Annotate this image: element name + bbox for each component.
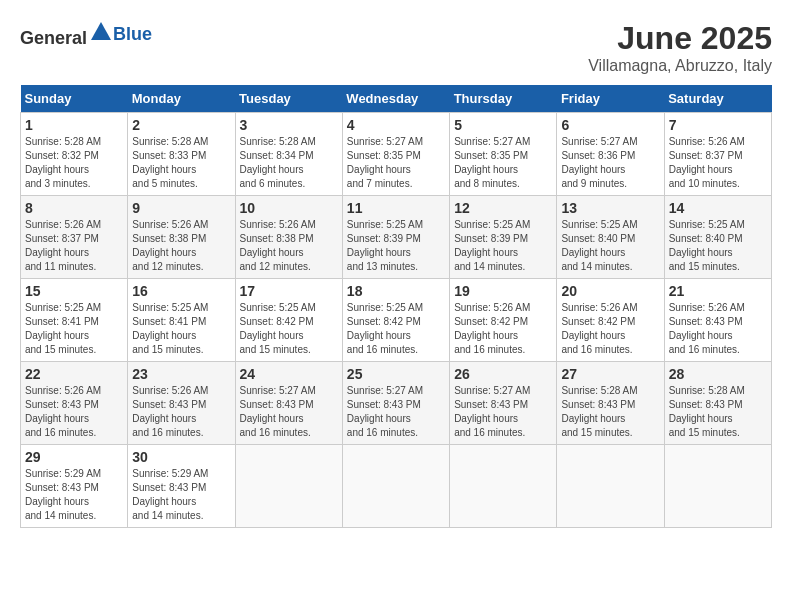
col-header-friday: Friday bbox=[557, 85, 664, 113]
logo-blue: Blue bbox=[113, 24, 152, 44]
day-info: Sunrise: 5:26 AM Sunset: 8:37 PM Dayligh… bbox=[669, 135, 767, 191]
calendar-cell bbox=[235, 445, 342, 528]
day-info: Sunrise: 5:25 AM Sunset: 8:41 PM Dayligh… bbox=[132, 301, 230, 357]
calendar-cell: 14 Sunrise: 5:25 AM Sunset: 8:40 PM Dayl… bbox=[664, 196, 771, 279]
day-info: Sunrise: 5:27 AM Sunset: 8:43 PM Dayligh… bbox=[240, 384, 338, 440]
day-info: Sunrise: 5:27 AM Sunset: 8:35 PM Dayligh… bbox=[347, 135, 445, 191]
calendar-cell: 5 Sunrise: 5:27 AM Sunset: 8:35 PM Dayli… bbox=[450, 113, 557, 196]
header-row: SundayMondayTuesdayWednesdayThursdayFrid… bbox=[21, 85, 772, 113]
calendar-cell bbox=[450, 445, 557, 528]
day-number: 16 bbox=[132, 283, 230, 299]
day-info: Sunrise: 5:28 AM Sunset: 8:32 PM Dayligh… bbox=[25, 135, 123, 191]
calendar-cell: 12 Sunrise: 5:25 AM Sunset: 8:39 PM Dayl… bbox=[450, 196, 557, 279]
calendar-cell: 19 Sunrise: 5:26 AM Sunset: 8:42 PM Dayl… bbox=[450, 279, 557, 362]
calendar-cell: 16 Sunrise: 5:25 AM Sunset: 8:41 PM Dayl… bbox=[128, 279, 235, 362]
day-number: 8 bbox=[25, 200, 123, 216]
day-info: Sunrise: 5:26 AM Sunset: 8:43 PM Dayligh… bbox=[669, 301, 767, 357]
calendar-cell: 10 Sunrise: 5:26 AM Sunset: 8:38 PM Dayl… bbox=[235, 196, 342, 279]
day-number: 14 bbox=[669, 200, 767, 216]
day-number: 7 bbox=[669, 117, 767, 133]
day-info: Sunrise: 5:26 AM Sunset: 8:43 PM Dayligh… bbox=[25, 384, 123, 440]
calendar-cell: 13 Sunrise: 5:25 AM Sunset: 8:40 PM Dayl… bbox=[557, 196, 664, 279]
day-number: 22 bbox=[25, 366, 123, 382]
day-info: Sunrise: 5:29 AM Sunset: 8:43 PM Dayligh… bbox=[132, 467, 230, 523]
day-info: Sunrise: 5:26 AM Sunset: 8:38 PM Dayligh… bbox=[132, 218, 230, 274]
calendar-cell: 25 Sunrise: 5:27 AM Sunset: 8:43 PM Dayl… bbox=[342, 362, 449, 445]
calendar-cell: 15 Sunrise: 5:25 AM Sunset: 8:41 PM Dayl… bbox=[21, 279, 128, 362]
day-info: Sunrise: 5:27 AM Sunset: 8:43 PM Dayligh… bbox=[454, 384, 552, 440]
day-number: 26 bbox=[454, 366, 552, 382]
calendar-cell: 17 Sunrise: 5:25 AM Sunset: 8:42 PM Dayl… bbox=[235, 279, 342, 362]
calendar-cell: 21 Sunrise: 5:26 AM Sunset: 8:43 PM Dayl… bbox=[664, 279, 771, 362]
calendar-cell: 28 Sunrise: 5:28 AM Sunset: 8:43 PM Dayl… bbox=[664, 362, 771, 445]
svg-marker-0 bbox=[91, 22, 111, 40]
day-number: 2 bbox=[132, 117, 230, 133]
day-number: 13 bbox=[561, 200, 659, 216]
calendar-cell: 22 Sunrise: 5:26 AM Sunset: 8:43 PM Dayl… bbox=[21, 362, 128, 445]
day-info: Sunrise: 5:27 AM Sunset: 8:36 PM Dayligh… bbox=[561, 135, 659, 191]
day-info: Sunrise: 5:26 AM Sunset: 8:42 PM Dayligh… bbox=[454, 301, 552, 357]
day-number: 29 bbox=[25, 449, 123, 465]
day-info: Sunrise: 5:25 AM Sunset: 8:39 PM Dayligh… bbox=[347, 218, 445, 274]
day-number: 17 bbox=[240, 283, 338, 299]
day-info: Sunrise: 5:26 AM Sunset: 8:43 PM Dayligh… bbox=[132, 384, 230, 440]
day-info: Sunrise: 5:28 AM Sunset: 8:33 PM Dayligh… bbox=[132, 135, 230, 191]
day-info: Sunrise: 5:29 AM Sunset: 8:43 PM Dayligh… bbox=[25, 467, 123, 523]
calendar-cell bbox=[342, 445, 449, 528]
day-number: 11 bbox=[347, 200, 445, 216]
day-info: Sunrise: 5:28 AM Sunset: 8:34 PM Dayligh… bbox=[240, 135, 338, 191]
calendar-cell: 11 Sunrise: 5:25 AM Sunset: 8:39 PM Dayl… bbox=[342, 196, 449, 279]
title-area: June 2025 Villamagna, Abruzzo, Italy bbox=[588, 20, 772, 75]
day-number: 4 bbox=[347, 117, 445, 133]
calendar-cell: 8 Sunrise: 5:26 AM Sunset: 8:37 PM Dayli… bbox=[21, 196, 128, 279]
day-number: 25 bbox=[347, 366, 445, 382]
calendar-cell: 7 Sunrise: 5:26 AM Sunset: 8:37 PM Dayli… bbox=[664, 113, 771, 196]
calendar-cell: 26 Sunrise: 5:27 AM Sunset: 8:43 PM Dayl… bbox=[450, 362, 557, 445]
day-number: 1 bbox=[25, 117, 123, 133]
calendar-cell: 24 Sunrise: 5:27 AM Sunset: 8:43 PM Dayl… bbox=[235, 362, 342, 445]
calendar-cell: 29 Sunrise: 5:29 AM Sunset: 8:43 PM Dayl… bbox=[21, 445, 128, 528]
col-header-thursday: Thursday bbox=[450, 85, 557, 113]
day-info: Sunrise: 5:26 AM Sunset: 8:42 PM Dayligh… bbox=[561, 301, 659, 357]
day-info: Sunrise: 5:25 AM Sunset: 8:39 PM Dayligh… bbox=[454, 218, 552, 274]
logo-icon bbox=[89, 20, 113, 44]
day-info: Sunrise: 5:25 AM Sunset: 8:40 PM Dayligh… bbox=[561, 218, 659, 274]
day-number: 9 bbox=[132, 200, 230, 216]
day-number: 28 bbox=[669, 366, 767, 382]
calendar-cell bbox=[664, 445, 771, 528]
calendar-week-3: 15 Sunrise: 5:25 AM Sunset: 8:41 PM Dayl… bbox=[21, 279, 772, 362]
day-info: Sunrise: 5:27 AM Sunset: 8:43 PM Dayligh… bbox=[347, 384, 445, 440]
calendar-title: June 2025 bbox=[588, 20, 772, 57]
day-number: 23 bbox=[132, 366, 230, 382]
calendar-week-5: 29 Sunrise: 5:29 AM Sunset: 8:43 PM Dayl… bbox=[21, 445, 772, 528]
calendar-cell: 6 Sunrise: 5:27 AM Sunset: 8:36 PM Dayli… bbox=[557, 113, 664, 196]
calendar-cell: 3 Sunrise: 5:28 AM Sunset: 8:34 PM Dayli… bbox=[235, 113, 342, 196]
day-info: Sunrise: 5:25 AM Sunset: 8:40 PM Dayligh… bbox=[669, 218, 767, 274]
calendar-cell: 27 Sunrise: 5:28 AM Sunset: 8:43 PM Dayl… bbox=[557, 362, 664, 445]
calendar-week-4: 22 Sunrise: 5:26 AM Sunset: 8:43 PM Dayl… bbox=[21, 362, 772, 445]
day-info: Sunrise: 5:26 AM Sunset: 8:37 PM Dayligh… bbox=[25, 218, 123, 274]
col-header-saturday: Saturday bbox=[664, 85, 771, 113]
logo: General Blue bbox=[20, 20, 152, 49]
calendar-cell: 9 Sunrise: 5:26 AM Sunset: 8:38 PM Dayli… bbox=[128, 196, 235, 279]
day-info: Sunrise: 5:25 AM Sunset: 8:42 PM Dayligh… bbox=[240, 301, 338, 357]
calendar-cell bbox=[557, 445, 664, 528]
calendar-cell: 18 Sunrise: 5:25 AM Sunset: 8:42 PM Dayl… bbox=[342, 279, 449, 362]
calendar-week-2: 8 Sunrise: 5:26 AM Sunset: 8:37 PM Dayli… bbox=[21, 196, 772, 279]
day-info: Sunrise: 5:25 AM Sunset: 8:41 PM Dayligh… bbox=[25, 301, 123, 357]
calendar-subtitle: Villamagna, Abruzzo, Italy bbox=[588, 57, 772, 75]
day-number: 30 bbox=[132, 449, 230, 465]
logo-general: General bbox=[20, 28, 87, 48]
day-number: 12 bbox=[454, 200, 552, 216]
day-info: Sunrise: 5:27 AM Sunset: 8:35 PM Dayligh… bbox=[454, 135, 552, 191]
calendar-cell: 4 Sunrise: 5:27 AM Sunset: 8:35 PM Dayli… bbox=[342, 113, 449, 196]
col-header-tuesday: Tuesday bbox=[235, 85, 342, 113]
header: General Blue June 2025 Villamagna, Abruz… bbox=[20, 20, 772, 75]
col-header-sunday: Sunday bbox=[21, 85, 128, 113]
day-info: Sunrise: 5:28 AM Sunset: 8:43 PM Dayligh… bbox=[561, 384, 659, 440]
col-header-monday: Monday bbox=[128, 85, 235, 113]
calendar-cell: 23 Sunrise: 5:26 AM Sunset: 8:43 PM Dayl… bbox=[128, 362, 235, 445]
day-number: 15 bbox=[25, 283, 123, 299]
day-info: Sunrise: 5:28 AM Sunset: 8:43 PM Dayligh… bbox=[669, 384, 767, 440]
day-number: 18 bbox=[347, 283, 445, 299]
